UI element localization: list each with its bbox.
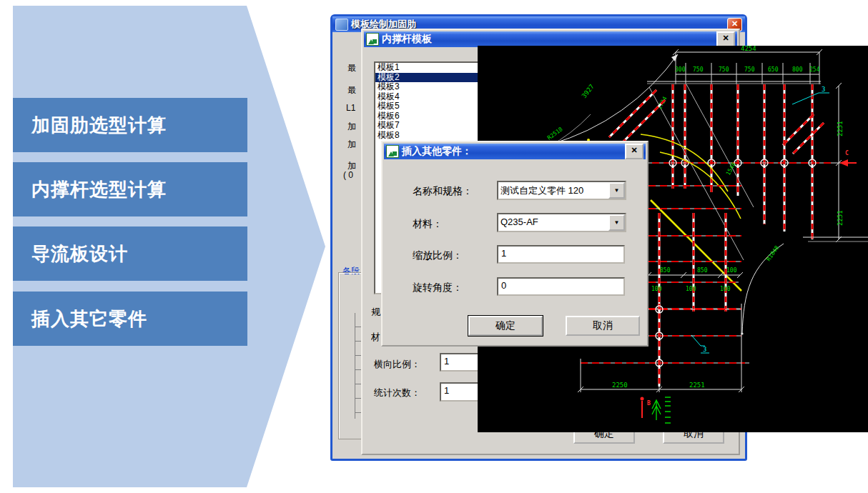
dim-seg: 300 bbox=[675, 66, 686, 73]
mid-panel-rows bbox=[648, 186, 741, 312]
process-step-3: 导流板设计 bbox=[13, 226, 247, 281]
process-step-label: 导流板设计 bbox=[31, 241, 128, 267]
name-spec-label: 名称和规格： bbox=[413, 185, 473, 198]
insert-cancel-button[interactable]: 取消 bbox=[566, 316, 640, 336]
cad-app-icon bbox=[366, 33, 379, 46]
arc-dim: 3927 bbox=[581, 83, 596, 99]
back-field-label: ( 0 bbox=[343, 170, 353, 180]
chevron-down-icon[interactable]: ▼ bbox=[608, 214, 625, 231]
process-step-1: 加固肋选型计算 bbox=[13, 98, 247, 152]
process-step-2: 内撑杆选型计算 bbox=[13, 162, 247, 216]
balloon-label: 3 bbox=[822, 86, 825, 93]
dim-mid: 850 bbox=[660, 267, 671, 274]
name-spec-value: 测试自定义零件 120 bbox=[498, 182, 608, 199]
back-field-label: 最 bbox=[347, 62, 356, 74]
chevron-down-icon[interactable]: ▼ bbox=[608, 182, 625, 199]
back-field-label: L1 bbox=[346, 103, 355, 113]
process-step-label: 插入其它零件 bbox=[31, 307, 147, 332]
hscale-label: 横向比例： bbox=[374, 358, 420, 371]
corner-radius-dim: R1848 bbox=[765, 244, 780, 262]
back-field-label: 加 bbox=[347, 121, 356, 133]
section-marker: C bbox=[845, 150, 849, 156]
datum-marker: B bbox=[647, 400, 651, 407]
dim-right: 2251 bbox=[837, 121, 844, 136]
material-label: 材料： bbox=[413, 218, 443, 231]
dim-seg: 750 bbox=[693, 66, 704, 73]
rotation-label: 旋转角度： bbox=[413, 282, 463, 294]
insert-dialog-title: 插入其他零件： bbox=[402, 145, 472, 158]
insert-part-dialog: 插入其他零件： ✕ 名称和规格： 测试自定义零件 120 ▼ 材料： Q235-… bbox=[381, 141, 648, 347]
dim-small: 100 bbox=[651, 286, 662, 292]
count-label: 统计次数： bbox=[374, 387, 420, 399]
dim-seg: 750 bbox=[719, 66, 729, 73]
material-combobox[interactable]: Q235-AF ▼ bbox=[497, 213, 626, 232]
scale-input[interactable]: 1 bbox=[497, 245, 625, 264]
material-value: Q235-AF bbox=[498, 214, 608, 231]
balloon-label: 3 bbox=[703, 346, 706, 353]
close-icon[interactable]: ✕ bbox=[625, 144, 643, 159]
template-dialog-title: 内撑杆模板 bbox=[382, 33, 432, 46]
template-dialog-titlebar[interactable]: 内撑杆模板 ✕ bbox=[364, 31, 737, 47]
dim-seg: 800 bbox=[792, 66, 803, 73]
cad-app-icon bbox=[386, 145, 399, 158]
dim-right: 2251 bbox=[837, 210, 844, 226]
process-step-label: 加固肋选型计算 bbox=[31, 113, 167, 138]
back-field-label: 最 bbox=[347, 84, 356, 96]
dim-bottom: 2251 bbox=[689, 382, 705, 389]
datum-symbols: B bbox=[641, 397, 671, 424]
dim-total: 4254 bbox=[741, 46, 756, 52]
app-icon bbox=[335, 19, 348, 31]
dim-mid: 100 bbox=[726, 267, 737, 274]
close-icon[interactable]: ✕ bbox=[716, 31, 735, 47]
process-step-4: 插入其它零件 bbox=[13, 292, 247, 346]
dim-seg: 254 bbox=[809, 66, 820, 73]
dim-seg: 650 bbox=[768, 66, 779, 73]
insert-ok-button[interactable]: 确定 bbox=[468, 316, 543, 336]
insert-dialog-titlebar[interactable]: 插入其他零件： ✕ bbox=[384, 144, 646, 159]
dim-seg: 750 bbox=[744, 66, 755, 73]
name-spec-combobox[interactable]: 测试自定义零件 120 ▼ bbox=[497, 181, 626, 200]
dim-small: 100 bbox=[720, 286, 731, 292]
dim-bottom: 2250 bbox=[612, 382, 628, 389]
back-field-label: 加 bbox=[347, 139, 356, 151]
dim-small: 100 bbox=[686, 286, 696, 292]
process-step-label: 内撑杆选型计算 bbox=[31, 177, 167, 202]
scale-label: 缩放比例： bbox=[413, 249, 463, 262]
dim-mid: 850 bbox=[697, 267, 708, 274]
rotation-input[interactable]: 0 bbox=[497, 277, 625, 296]
